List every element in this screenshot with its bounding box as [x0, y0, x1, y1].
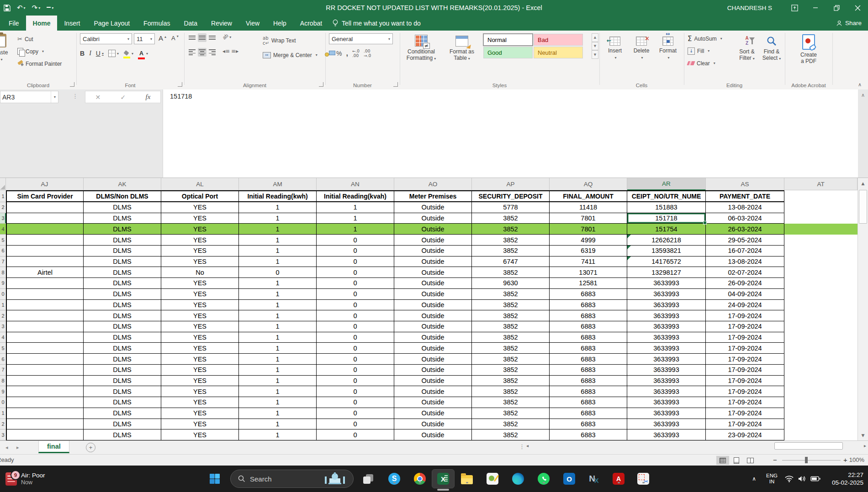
cell[interactable]: 0: [317, 332, 394, 343]
cell[interactable]: 6883: [550, 429, 627, 440]
cell[interactable]: YES: [161, 321, 239, 332]
cell[interactable]: 0: [317, 343, 394, 354]
cell[interactable]: [784, 365, 857, 376]
cell[interactable]: [784, 419, 857, 430]
cell[interactable]: [784, 213, 857, 224]
row-number[interactable]: 0: [0, 289, 6, 300]
cell[interactable]: 3633993: [627, 386, 706, 397]
top-align-button[interactable]: [188, 33, 196, 42]
cell[interactable]: 26-09-2024: [706, 278, 784, 289]
cell[interactable]: 1: [239, 386, 317, 397]
cell[interactable]: [784, 278, 857, 289]
header-cell[interactable]: Initial Reading(kvah): [317, 190, 394, 202]
cell[interactable]: 1: [239, 256, 317, 267]
cell[interactable]: [6, 289, 84, 300]
cell[interactable]: 14176572: [627, 256, 706, 267]
column-header-am[interactable]: AM: [239, 178, 317, 190]
delete-cells-button[interactable]: ✕ Delete▾: [629, 32, 654, 78]
cell[interactable]: 151883: [627, 202, 706, 213]
increase-indent-button[interactable]: ≡▸: [231, 48, 238, 57]
cell[interactable]: 1: [239, 300, 317, 311]
cell[interactable]: 3852: [472, 386, 550, 397]
borders-button[interactable]: ▾: [108, 50, 119, 57]
cell[interactable]: Outside: [394, 397, 472, 408]
row-number[interactable]: 5: [0, 235, 6, 246]
cell[interactable]: 3633993: [627, 300, 706, 311]
cell[interactable]: [784, 310, 857, 321]
collapse-ribbon-icon[interactable]: ∧: [858, 82, 862, 88]
cell[interactable]: 4999: [550, 235, 627, 246]
cell[interactable]: 6883: [550, 376, 627, 387]
cell[interactable]: 1: [239, 376, 317, 387]
cell[interactable]: [784, 267, 857, 278]
cell[interactable]: 1: [239, 419, 317, 430]
cell[interactable]: Outside: [394, 376, 472, 387]
cell[interactable]: 12581: [550, 278, 627, 289]
cell[interactable]: DLMS: [84, 386, 161, 397]
cell[interactable]: [784, 224, 857, 235]
clear-button[interactable]: Clear▾: [688, 57, 722, 69]
cell[interactable]: 6883: [550, 408, 627, 419]
row-number[interactable]: 1: [0, 190, 6, 202]
cell[interactable]: 3633993: [627, 310, 706, 321]
cell[interactable]: DLMS: [84, 224, 161, 235]
cell[interactable]: 1: [239, 310, 317, 321]
row-number[interactable]: 2: [0, 310, 6, 321]
cell[interactable]: [784, 321, 857, 332]
cell[interactable]: YES: [161, 429, 239, 440]
cell[interactable]: [784, 343, 857, 354]
taskbar-edge-button[interactable]: [512, 472, 524, 485]
cell[interactable]: [784, 256, 857, 267]
cell[interactable]: 1: [239, 321, 317, 332]
cell[interactable]: [784, 429, 857, 440]
wrap-text-button[interactable]: abc↵Wrap Text: [263, 34, 296, 47]
create-pdf-button[interactable]: Createa PDF: [789, 32, 829, 78]
comma-style-button[interactable]: ,: [346, 49, 348, 58]
cell[interactable]: Outside: [394, 408, 472, 419]
cell[interactable]: DLMS: [84, 419, 161, 430]
font-color-button[interactable]: A▾: [138, 50, 148, 57]
cell[interactable]: 24-09-2024: [706, 300, 784, 311]
cell[interactable]: 16-07-2024: [706, 246, 784, 256]
formula-bar-grip-icon[interactable]: ⋮: [72, 93, 78, 99]
cell[interactable]: 3852: [472, 300, 550, 311]
cell[interactable]: 1: [239, 235, 317, 246]
cell[interactable]: YES: [161, 365, 239, 376]
cell[interactable]: Outside: [394, 256, 472, 267]
cell[interactable]: DLMS: [84, 332, 161, 343]
zoom-level[interactable]: 100%: [849, 456, 864, 463]
style-neutral[interactable]: Neutral: [534, 47, 583, 58]
cell[interactable]: [6, 376, 84, 387]
tab-formulas[interactable]: Formulas: [137, 16, 177, 31]
cell[interactable]: Outside: [394, 354, 472, 365]
style-bad[interactable]: Bad: [534, 34, 583, 46]
battery-button[interactable]: [810, 476, 820, 482]
scroll-right-icon[interactable]: ▸: [864, 443, 866, 448]
cell[interactable]: Outside: [394, 213, 472, 224]
cell[interactable]: 1: [239, 224, 317, 235]
cell[interactable]: 0: [317, 397, 394, 408]
italic-button[interactable]: I: [89, 50, 91, 57]
account-user-name[interactable]: CHANDRESH S: [727, 5, 772, 11]
cell[interactable]: 3633993: [627, 332, 706, 343]
cell[interactable]: 0: [317, 300, 394, 311]
cell[interactable]: 151718: [627, 213, 706, 224]
cell[interactable]: [784, 386, 857, 397]
close-button[interactable]: [847, 0, 868, 16]
cell[interactable]: DLMS: [84, 300, 161, 311]
cell[interactable]: 17-09-2024: [706, 332, 784, 343]
collapse-formula-bar-icon[interactable]: ∧: [861, 92, 865, 98]
header-cell[interactable]: [784, 190, 857, 202]
cell[interactable]: 6883: [550, 365, 627, 376]
taskbar-excel-button[interactable]: X: [432, 469, 455, 488]
cell[interactable]: 17-09-2024: [706, 310, 784, 321]
cell[interactable]: 3633993: [627, 343, 706, 354]
cell[interactable]: DLMS: [84, 376, 161, 387]
cell[interactable]: Outside: [394, 332, 472, 343]
row-number[interactable]: 2: [0, 419, 6, 430]
find-select-button[interactable]: Find &Select▾: [760, 32, 783, 78]
cell[interactable]: 3852: [472, 376, 550, 387]
cell[interactable]: 0: [317, 289, 394, 300]
cell[interactable]: [784, 397, 857, 408]
previous-sheet-icon[interactable]: ◂: [5, 445, 8, 450]
